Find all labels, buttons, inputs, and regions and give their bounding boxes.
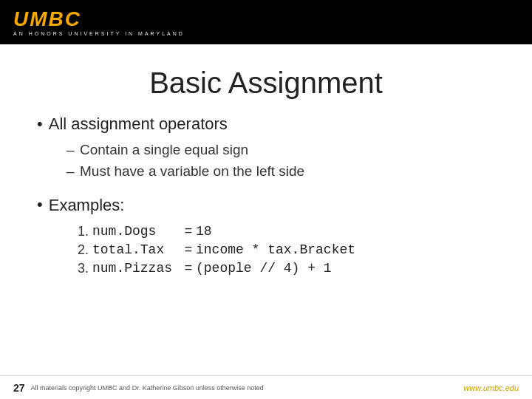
sub-bullet-1-2: Must have a variable on the left side — [66, 161, 495, 183]
bullet-main-1: • All assignment operators — [37, 115, 495, 134]
logo-area: UMBC AN HONORS UNIVERSITY IN MARYLAND — [13, 9, 185, 36]
code-var-3: num.Pizzas — [92, 261, 181, 276]
code-var-2: total.Tax — [92, 242, 181, 257]
code-val-1: 18 — [196, 224, 495, 239]
bullet-dot-1: • — [37, 115, 43, 134]
footer-left: 27 All materials copyright UMBC and Dr. … — [13, 382, 264, 394]
code-val-3: (people // 4) + 1 — [196, 261, 495, 276]
bullet-section-2: • Examples: 1.num.Dogs=182.total.Tax=inc… — [37, 195, 495, 276]
code-eq-3: = — [181, 261, 196, 276]
code-num-1: 1. — [78, 224, 92, 239]
sub-bullet-1-1: Contain a single equal sign — [66, 140, 495, 161]
bullet-dot-2: • — [37, 195, 43, 214]
code-var-1: num.Dogs — [92, 224, 181, 239]
logo-subtitle: AN HONORS UNIVERSITY IN MARYLAND — [13, 31, 185, 36]
footer: 27 All materials copyright UMBC and Dr. … — [0, 375, 532, 399]
code-num-3: 3. — [78, 261, 92, 276]
bullet-text-1: All assignment operators — [49, 115, 228, 134]
examples-label: • Examples: — [37, 195, 495, 214]
slide-content: Basic Assignment • All assignment operat… — [0, 44, 532, 297]
slide-title: Basic Assignment — [37, 66, 495, 100]
page-number: 27 — [13, 382, 25, 394]
logo-text: UMBC — [13, 9, 185, 30]
footer-url: www.umbc.edu — [463, 383, 519, 392]
bullet-section-1: • All assignment operators Contain a sin… — [37, 115, 495, 182]
code-eq-1: = — [181, 224, 196, 239]
code-table: 1.num.Dogs=182.total.Tax=income * tax.Br… — [37, 224, 495, 276]
sub-bullets-1: Contain a single equal sign Must have a … — [37, 140, 495, 182]
code-eq-2: = — [181, 242, 196, 257]
code-num-2: 2. — [78, 242, 92, 258]
code-val-2: income * tax.Bracket — [196, 242, 495, 257]
header-bar: UMBC AN HONORS UNIVERSITY IN MARYLAND — [0, 0, 532, 44]
footer-copyright: All materials copyright UMBC and Dr. Kat… — [31, 384, 264, 392]
examples-text: Examples: — [49, 196, 125, 215]
